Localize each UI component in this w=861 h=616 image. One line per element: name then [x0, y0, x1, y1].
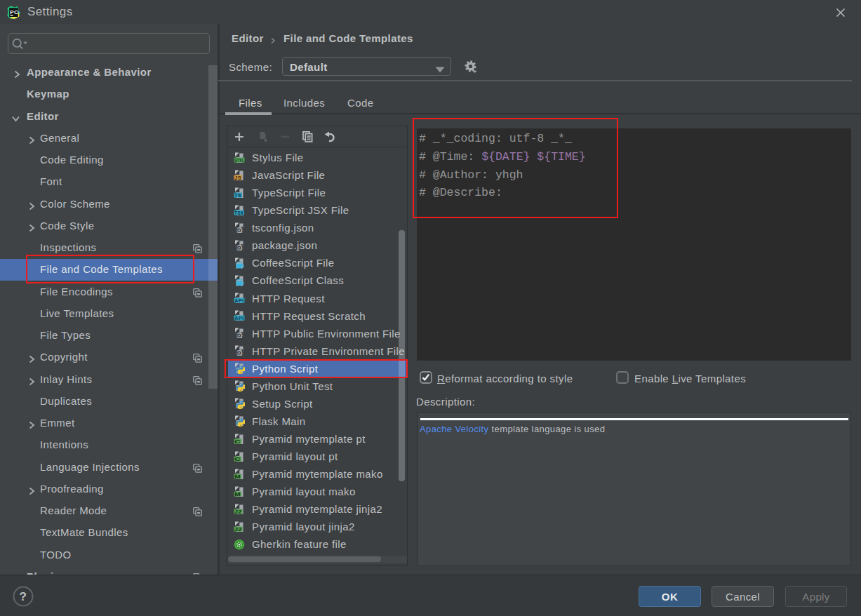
svg-text:API: API — [234, 298, 243, 303]
svg-text:?: ? — [20, 590, 27, 603]
svg-text:M: M — [234, 490, 241, 497]
svg-text:API: API — [234, 316, 243, 321]
svg-text:C: C — [234, 455, 241, 462]
svg-text:}: } — [241, 242, 245, 251]
svg-text:TS: TS — [234, 192, 241, 198]
svg-text:C: C — [234, 438, 241, 444]
svg-text:}: } — [241, 225, 245, 234]
svg-text:JS: JS — [234, 174, 241, 180]
svg-text:}: } — [241, 348, 245, 357]
svg-text:PC: PC — [10, 9, 18, 15]
svg-text:}: } — [241, 330, 245, 339]
svg-text:J2: J2 — [234, 526, 241, 531]
svg-text:M: M — [234, 473, 241, 479]
svg-text:STYL: STYL — [234, 157, 243, 162]
svg-text:TSX: TSX — [234, 210, 243, 215]
svg-text:J2: J2 — [234, 509, 241, 514]
